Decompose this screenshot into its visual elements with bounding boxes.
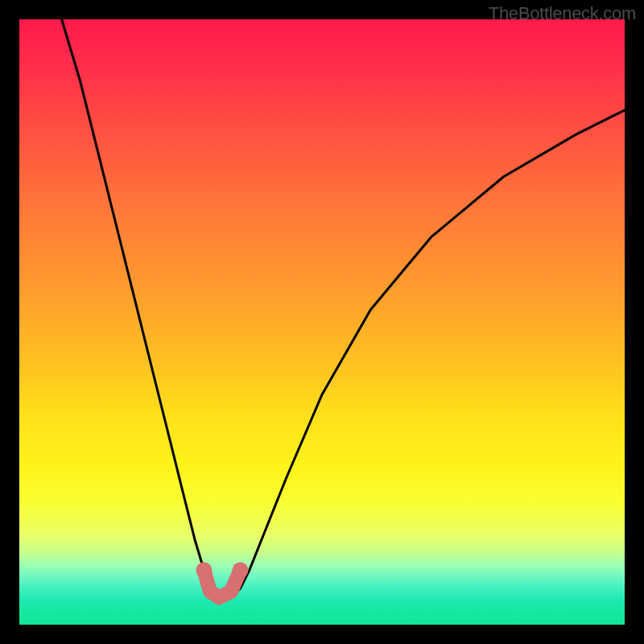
plot-area <box>19 19 625 625</box>
marker-left-dot <box>196 562 212 578</box>
curve-svg <box>19 19 625 625</box>
marker-right-dot <box>232 562 248 578</box>
bottleneck-curve <box>62 19 625 597</box>
chart-container: TheBottleneck.com <box>0 0 644 644</box>
watermark-text: TheBottleneck.com <box>489 3 636 24</box>
